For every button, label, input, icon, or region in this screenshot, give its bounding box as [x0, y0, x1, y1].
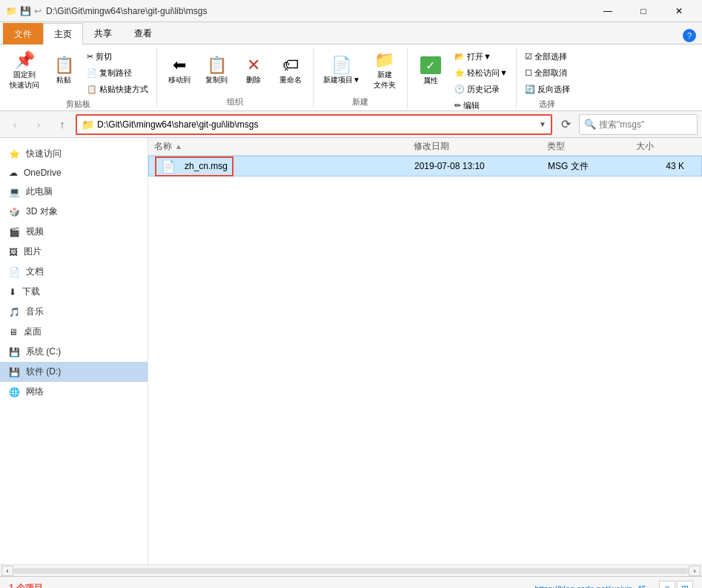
sidebar-item-videos[interactable]: 🎬 视频 [0, 222, 148, 242]
sidebar-item-music[interactable]: 🎵 音乐 [0, 302, 148, 322]
file-size: 43 K [666, 161, 684, 171]
paste-icon: 📋 [54, 57, 74, 73]
sidebar-item-desktop[interactable]: 🖥 桌面 [0, 322, 148, 342]
hscroll-track[interactable] [13, 568, 689, 574]
tab-view[interactable]: 查看 [123, 22, 163, 44]
hscroll-left-button[interactable]: ‹ [1, 566, 13, 576]
pin-icon: 📌 [15, 52, 35, 68]
view-details-button[interactable]: ≡ [659, 581, 675, 589]
new-folder-button[interactable]: 📁 新建文件夹 [367, 49, 403, 93]
title-bar-left: 📁 💾 ↩ D:\Git\Git\mingw64\share\git-gui\l… [6, 6, 207, 16]
back-button[interactable]: ‹ [4, 114, 25, 135]
file-type-cell: MSG 文件 [542, 160, 631, 173]
3dobjects-label: 3D 对象 [26, 205, 58, 218]
select-all-icon: ☑ [525, 52, 532, 62]
ribbon-group-organize: ⬅ 移动到 📋 复制到 ✕ 删除 🏷 重命名 组织 [157, 47, 314, 108]
softd-icon: 💾 [9, 367, 20, 377]
status-right: https://blog.csdn.net/weixin_45... ≡ ⊞ [534, 581, 693, 589]
clipboard-buttons: 📌 固定到快速访问 📋 粘贴 ✂ 剪切 📄 复制路径 📋 [4, 47, 152, 97]
move-to-label: 移动到 [168, 75, 191, 85]
col-header-date[interactable]: 修改日期 [408, 140, 541, 153]
pin-to-quickaccess-button[interactable]: 📌 固定到快速访问 [4, 49, 44, 93]
properties-button[interactable]: ✓ 属性 [412, 49, 449, 93]
delete-button[interactable]: ✕ 删除 [236, 49, 271, 93]
easy-access-button[interactable]: ⭐ 轻松访问▼ [451, 65, 511, 81]
tab-file[interactable]: 文件 [3, 23, 43, 44]
sidebar-item-systemc[interactable]: 💾 系统 (C:) [0, 342, 148, 362]
rename-button[interactable]: 🏷 重命名 [273, 49, 308, 93]
softd-label: 软件 (D:) [26, 366, 61, 378]
copy-path-icon: 📄 [87, 68, 97, 78]
title-bar-icons: 📁 💾 ↩ [6, 6, 42, 16]
history-button[interactable]: 🕐 历史记录 [451, 82, 511, 97]
copy-to-button[interactable]: 📋 复制到 [199, 49, 234, 93]
file-icon: 📄 [161, 159, 176, 174]
deselect-all-icon: ☐ [525, 68, 532, 78]
sidebar-item-documents[interactable]: 📄 文档 [0, 262, 148, 282]
close-button[interactable]: ✕ [662, 0, 696, 22]
forward-button[interactable]: › [28, 114, 49, 135]
search-box: 🔍 [579, 114, 698, 135]
col-header-name[interactable]: 名称 ▲ [148, 140, 408, 153]
new-buttons: 📄 新建项目▼ 📁 新建文件夹 [318, 47, 403, 95]
delete-label: 删除 [246, 75, 261, 85]
view-icons: ≡ ⊞ [659, 581, 693, 589]
copy-path-button[interactable]: 📄 复制路径 [83, 65, 152, 81]
sidebar-section-network[interactable]: 🌐 网络 [0, 382, 148, 402]
move-to-button[interactable]: ⬅ 移动到 [162, 49, 197, 93]
file-date: 2019-07-08 13:10 [414, 161, 485, 171]
up-button[interactable]: ↑ [52, 114, 73, 135]
new-item-button[interactable]: 📄 新建项目▼ [318, 49, 365, 93]
address-dropdown-button[interactable]: ▼ [539, 120, 546, 128]
hscroll-right-button[interactable]: › [689, 566, 701, 576]
address-input[interactable] [97, 119, 536, 130]
paste-button[interactable]: 📋 粘贴 [46, 49, 82, 93]
tab-home[interactable]: 主页 [43, 23, 83, 44]
cut-button[interactable]: ✂ 剪切 [83, 49, 152, 65]
sidebar-item-softd[interactable]: 💾 软件 (D:) [0, 362, 148, 382]
table-row[interactable]: 📄 zh_cn.msg 2019-07-08 13:10 MSG 文件 43 K [148, 156, 702, 176]
sidebar-item-3dobjects[interactable]: 🎲 3D 对象 [0, 202, 148, 222]
sidebar-section-onedrive[interactable]: ☁ OneDrive [0, 164, 148, 182]
thispc-label: 此电脑 [26, 185, 53, 198]
file-date-cell: 2019-07-08 13:10 [408, 161, 542, 171]
organize-group-label: 组织 [227, 96, 243, 108]
select-group-label: 选择 [539, 99, 555, 110]
ribbon-group-select: ☑ 全部选择 ☐ 全部取消 🔄 反向选择 选择 [517, 47, 578, 108]
search-input[interactable] [599, 119, 688, 130]
quickaccess-label: 快速访问 [26, 148, 62, 160]
view-tiles-button[interactable]: ⊞ [677, 581, 693, 589]
toolbar: ‹ › ↑ 📁 ▼ ⟳ 🔍 [0, 111, 702, 138]
maximize-button[interactable]: □ [626, 0, 660, 22]
tab-share[interactable]: 共享 [83, 22, 123, 44]
sidebar-item-pictures[interactable]: 🖼 图片 [0, 242, 148, 262]
col-header-size[interactable]: 大小 [630, 140, 689, 153]
minimize-button[interactable]: — [591, 0, 625, 22]
network-label: 网络 [26, 386, 44, 398]
select-all-button[interactable]: ☑ 全部选择 [521, 49, 574, 65]
open-button[interactable]: 📂 打开▼ [451, 49, 511, 65]
help-icon[interactable]: ? [677, 27, 702, 44]
ribbon: 📌 固定到快速访问 📋 粘贴 ✂ 剪切 📄 复制路径 📋 [0, 44, 702, 111]
history-icon: 🕐 [454, 85, 465, 94]
sidebar-item-downloads[interactable]: ⬇ 下载 [0, 282, 148, 302]
title-bar: 📁 💾 ↩ D:\Git\Git\mingw64\share\git-gui\l… [0, 0, 702, 22]
edit-button[interactable]: ✏ 编辑 [451, 98, 511, 113]
pictures-icon: 🖼 [9, 247, 18, 257]
ribbon-group-open: ✓ 属性 📂 打开▼ ⭐ 轻松访问▼ 🕐 历史记录 ✏ 编辑 [408, 47, 517, 108]
documents-label: 文档 [26, 265, 44, 278]
col-size-label: 大小 [636, 141, 654, 151]
deselect-all-button[interactable]: ☐ 全部取消 [521, 65, 574, 81]
col-header-type[interactable]: 类型 [541, 140, 630, 153]
paste-shortcut-button[interactable]: 📋 粘贴快捷方式 [83, 82, 152, 97]
undo-icon: ↩ [34, 6, 42, 16]
3dobjects-icon: 🎲 [9, 207, 20, 217]
refresh-button[interactable]: ⟳ [555, 114, 576, 135]
invert-selection-button[interactable]: 🔄 反向选择 [521, 82, 574, 97]
sidebar-section-quickaccess[interactable]: ⭐ 快速访问 [0, 144, 148, 164]
downloads-icon: ⬇ [9, 287, 16, 297]
move-to-icon: ⬅ [173, 57, 186, 73]
file-name-highlight: 📄 zh_cn.msg [155, 156, 234, 176]
sidebar-section-thispc[interactable]: 💻 此电脑 [0, 182, 148, 202]
address-folder-icon: 📁 [82, 119, 94, 131]
